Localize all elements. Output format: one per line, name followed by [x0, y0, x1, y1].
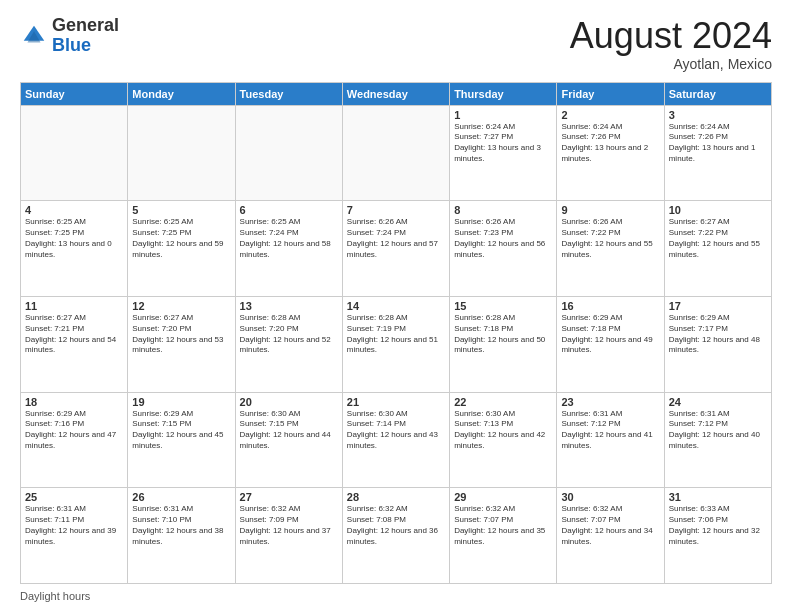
calendar-cell-empty — [128, 105, 235, 201]
calendar-cell-empty — [235, 105, 342, 201]
calendar-cell-31: 31Sunrise: 6:33 AMSunset: 7:06 PMDayligh… — [664, 488, 771, 584]
day-number: 7 — [347, 204, 445, 216]
calendar-cell-7: 7Sunrise: 6:26 AMSunset: 7:24 PMDaylight… — [342, 201, 449, 297]
calendar-cell-25: 25Sunrise: 6:31 AMSunset: 7:11 PMDayligh… — [21, 488, 128, 584]
day-number: 10 — [669, 204, 767, 216]
footer: Daylight hours — [20, 590, 772, 602]
day-info: Sunrise: 6:27 AMSunset: 7:22 PMDaylight:… — [669, 217, 767, 260]
day-info: Sunrise: 6:31 AMSunset: 7:10 PMDaylight:… — [132, 504, 230, 547]
calendar-cell-6: 6Sunrise: 6:25 AMSunset: 7:24 PMDaylight… — [235, 201, 342, 297]
day-number: 31 — [669, 491, 767, 503]
calendar-week-row-3: 18Sunrise: 6:29 AMSunset: 7:16 PMDayligh… — [21, 392, 772, 488]
day-number: 18 — [25, 396, 123, 408]
calendar-cell-14: 14Sunrise: 6:28 AMSunset: 7:19 PMDayligh… — [342, 296, 449, 392]
day-number: 26 — [132, 491, 230, 503]
day-number: 13 — [240, 300, 338, 312]
day-info: Sunrise: 6:33 AMSunset: 7:06 PMDaylight:… — [669, 504, 767, 547]
day-info: Sunrise: 6:28 AMSunset: 7:20 PMDaylight:… — [240, 313, 338, 356]
month-title: August 2024 — [570, 16, 772, 56]
calendar-cell-27: 27Sunrise: 6:32 AMSunset: 7:09 PMDayligh… — [235, 488, 342, 584]
calendar-cell-3: 3Sunrise: 6:24 AMSunset: 7:26 PMDaylight… — [664, 105, 771, 201]
calendar-cell-24: 24Sunrise: 6:31 AMSunset: 7:12 PMDayligh… — [664, 392, 771, 488]
calendar-cell-29: 29Sunrise: 6:32 AMSunset: 7:07 PMDayligh… — [450, 488, 557, 584]
calendar-cell-12: 12Sunrise: 6:27 AMSunset: 7:20 PMDayligh… — [128, 296, 235, 392]
day-info: Sunrise: 6:31 AMSunset: 7:12 PMDaylight:… — [561, 409, 659, 452]
calendar-table: SundayMondayTuesdayWednesdayThursdayFrid… — [20, 82, 772, 584]
day-info: Sunrise: 6:25 AMSunset: 7:25 PMDaylight:… — [132, 217, 230, 260]
day-info: Sunrise: 6:28 AMSunset: 7:19 PMDaylight:… — [347, 313, 445, 356]
day-info: Sunrise: 6:27 AMSunset: 7:20 PMDaylight:… — [132, 313, 230, 356]
day-number: 23 — [561, 396, 659, 408]
calendar-cell-4: 4Sunrise: 6:25 AMSunset: 7:25 PMDaylight… — [21, 201, 128, 297]
day-number: 19 — [132, 396, 230, 408]
calendar-cell-20: 20Sunrise: 6:30 AMSunset: 7:15 PMDayligh… — [235, 392, 342, 488]
day-info: Sunrise: 6:30 AMSunset: 7:15 PMDaylight:… — [240, 409, 338, 452]
day-info: Sunrise: 6:24 AMSunset: 7:27 PMDaylight:… — [454, 122, 552, 165]
calendar-cell-23: 23Sunrise: 6:31 AMSunset: 7:12 PMDayligh… — [557, 392, 664, 488]
day-info: Sunrise: 6:26 AMSunset: 7:24 PMDaylight:… — [347, 217, 445, 260]
day-number: 20 — [240, 396, 338, 408]
day-info: Sunrise: 6:26 AMSunset: 7:23 PMDaylight:… — [454, 217, 552, 260]
logo-icon — [20, 22, 48, 50]
day-number: 21 — [347, 396, 445, 408]
calendar-week-row-1: 4Sunrise: 6:25 AMSunset: 7:25 PMDaylight… — [21, 201, 772, 297]
day-number: 17 — [669, 300, 767, 312]
calendar-col-header-friday: Friday — [557, 82, 664, 105]
calendar-cell-28: 28Sunrise: 6:32 AMSunset: 7:08 PMDayligh… — [342, 488, 449, 584]
calendar-cell-11: 11Sunrise: 6:27 AMSunset: 7:21 PMDayligh… — [21, 296, 128, 392]
calendar-col-header-monday: Monday — [128, 82, 235, 105]
day-info: Sunrise: 6:32 AMSunset: 7:08 PMDaylight:… — [347, 504, 445, 547]
calendar-cell-17: 17Sunrise: 6:29 AMSunset: 7:17 PMDayligh… — [664, 296, 771, 392]
day-info: Sunrise: 6:30 AMSunset: 7:13 PMDaylight:… — [454, 409, 552, 452]
calendar-cell-22: 22Sunrise: 6:30 AMSunset: 7:13 PMDayligh… — [450, 392, 557, 488]
day-number: 28 — [347, 491, 445, 503]
calendar-cell-13: 13Sunrise: 6:28 AMSunset: 7:20 PMDayligh… — [235, 296, 342, 392]
calendar-col-header-thursday: Thursday — [450, 82, 557, 105]
logo-general-text: General — [52, 16, 119, 36]
header-right: August 2024 Ayotlan, Mexico — [570, 16, 772, 72]
day-number: 11 — [25, 300, 123, 312]
calendar-cell-21: 21Sunrise: 6:30 AMSunset: 7:14 PMDayligh… — [342, 392, 449, 488]
day-info: Sunrise: 6:29 AMSunset: 7:18 PMDaylight:… — [561, 313, 659, 356]
day-info: Sunrise: 6:32 AMSunset: 7:07 PMDaylight:… — [561, 504, 659, 547]
calendar-cell-1: 1Sunrise: 6:24 AMSunset: 7:27 PMDaylight… — [450, 105, 557, 201]
day-number: 9 — [561, 204, 659, 216]
day-number: 25 — [25, 491, 123, 503]
calendar-col-header-wednesday: Wednesday — [342, 82, 449, 105]
day-number: 14 — [347, 300, 445, 312]
calendar-cell-26: 26Sunrise: 6:31 AMSunset: 7:10 PMDayligh… — [128, 488, 235, 584]
day-number: 5 — [132, 204, 230, 216]
day-number: 6 — [240, 204, 338, 216]
calendar-cell-empty — [21, 105, 128, 201]
day-info: Sunrise: 6:24 AMSunset: 7:26 PMDaylight:… — [561, 122, 659, 165]
day-number: 15 — [454, 300, 552, 312]
calendar-cell-30: 30Sunrise: 6:32 AMSunset: 7:07 PMDayligh… — [557, 488, 664, 584]
day-number: 4 — [25, 204, 123, 216]
location: Ayotlan, Mexico — [570, 56, 772, 72]
day-info: Sunrise: 6:29 AMSunset: 7:17 PMDaylight:… — [669, 313, 767, 356]
header: General Blue August 2024 Ayotlan, Mexico — [20, 16, 772, 72]
day-info: Sunrise: 6:29 AMSunset: 7:16 PMDaylight:… — [25, 409, 123, 452]
day-info: Sunrise: 6:32 AMSunset: 7:07 PMDaylight:… — [454, 504, 552, 547]
day-number: 3 — [669, 109, 767, 121]
calendar-cell-empty — [342, 105, 449, 201]
day-info: Sunrise: 6:26 AMSunset: 7:22 PMDaylight:… — [561, 217, 659, 260]
day-number: 1 — [454, 109, 552, 121]
day-number: 29 — [454, 491, 552, 503]
day-info: Sunrise: 6:31 AMSunset: 7:12 PMDaylight:… — [669, 409, 767, 452]
day-number: 12 — [132, 300, 230, 312]
day-number: 2 — [561, 109, 659, 121]
calendar-col-header-sunday: Sunday — [21, 82, 128, 105]
calendar-cell-18: 18Sunrise: 6:29 AMSunset: 7:16 PMDayligh… — [21, 392, 128, 488]
calendar-cell-2: 2Sunrise: 6:24 AMSunset: 7:26 PMDaylight… — [557, 105, 664, 201]
day-number: 16 — [561, 300, 659, 312]
day-info: Sunrise: 6:32 AMSunset: 7:09 PMDaylight:… — [240, 504, 338, 547]
day-info: Sunrise: 6:29 AMSunset: 7:15 PMDaylight:… — [132, 409, 230, 452]
day-info: Sunrise: 6:30 AMSunset: 7:14 PMDaylight:… — [347, 409, 445, 452]
day-number: 8 — [454, 204, 552, 216]
calendar-col-header-saturday: Saturday — [664, 82, 771, 105]
calendar-week-row-4: 25Sunrise: 6:31 AMSunset: 7:11 PMDayligh… — [21, 488, 772, 584]
logo: General Blue — [20, 16, 119, 56]
day-info: Sunrise: 6:25 AMSunset: 7:25 PMDaylight:… — [25, 217, 123, 260]
calendar-cell-10: 10Sunrise: 6:27 AMSunset: 7:22 PMDayligh… — [664, 201, 771, 297]
